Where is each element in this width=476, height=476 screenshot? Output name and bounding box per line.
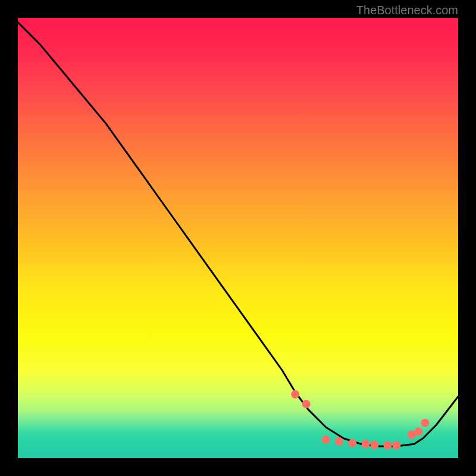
data-point [302,400,311,408]
data-point [384,441,392,450]
data-point [414,428,422,436]
data-point [335,437,343,446]
data-point [421,419,430,427]
data-point [392,441,400,450]
data-point [348,439,356,447]
curve-line [18,22,458,446]
data-point [370,441,378,449]
data-point [362,440,370,448]
data-point [291,390,299,399]
watermark-text: TheBottleneck.com [356,4,458,17]
plot-area [18,18,458,458]
data-point [322,436,330,444]
chart-svg [18,18,458,458]
chart-container: TheBottleneck.com [0,0,476,476]
